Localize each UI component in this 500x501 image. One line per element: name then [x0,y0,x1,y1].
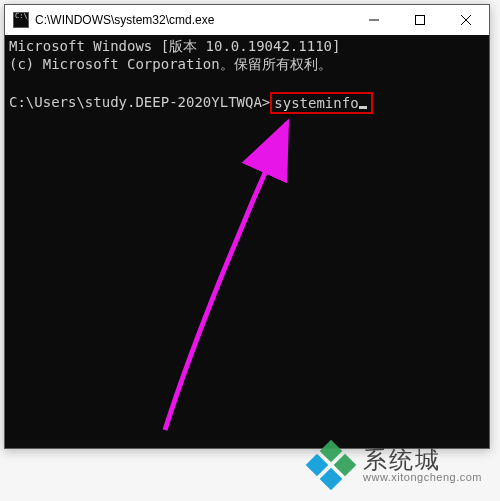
titlebar[interactable]: C:\WINDOWS\system32\cmd.exe [5,5,489,35]
window-title: C:\WINDOWS\system32\cmd.exe [35,13,351,27]
watermark-text: 系统城 www.xitongcheng.com [363,447,482,484]
close-button[interactable] [443,5,489,35]
maximize-icon [415,15,425,25]
cmd-window: C:\WINDOWS\system32\cmd.exe Microsoft Wi… [4,4,490,449]
minimize-button[interactable] [351,5,397,35]
text-cursor [359,106,367,109]
command-highlight-box: systeminfo [270,92,372,114]
watermark: 系统城 www.xitongcheng.com [309,443,482,487]
terminal-prompt: C:\Users\study.DEEP-2020YLTWQA> [9,94,270,110]
watermark-brand: 系统城 [363,447,482,472]
watermark-url: www.xitongcheng.com [363,472,482,484]
maximize-button[interactable] [397,5,443,35]
cmd-icon [13,12,29,28]
terminal-line-2: (c) Microsoft Corporation。保留所有权利。 [9,56,332,72]
minimize-icon [369,15,379,25]
command-input[interactable]: systeminfo [274,95,358,111]
window-controls [351,5,489,35]
svg-rect-1 [416,16,425,25]
terminal-client-area[interactable]: Microsoft Windows [版本 10.0.19042.1110] (… [5,35,489,448]
terminal-line-1: Microsoft Windows [版本 10.0.19042.1110] [9,38,340,54]
close-icon [461,15,471,25]
watermark-logo-icon [309,443,353,487]
